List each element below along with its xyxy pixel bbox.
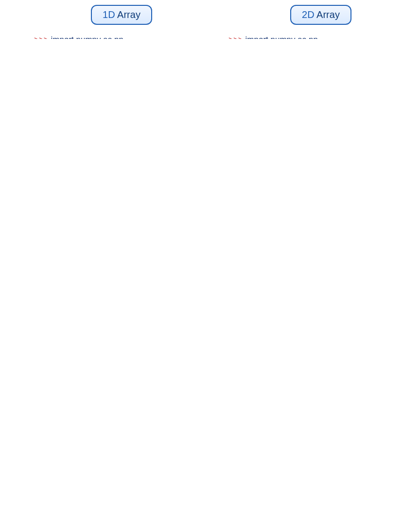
title-1d: 1D Array [91,5,152,25]
title-2d: 2D Array [290,5,351,25]
code-1d: >>> import numpy as np >>> x = np.arange… [34,34,209,39]
section-2d: 2D Array >>> import numpy as np >>> x = … [228,5,413,39]
code-2d: >>> import numpy as np >>> x = np.arange… [228,34,413,39]
section-1d: 1D Array >>> import numpy as np >>> x = … [34,5,209,39]
